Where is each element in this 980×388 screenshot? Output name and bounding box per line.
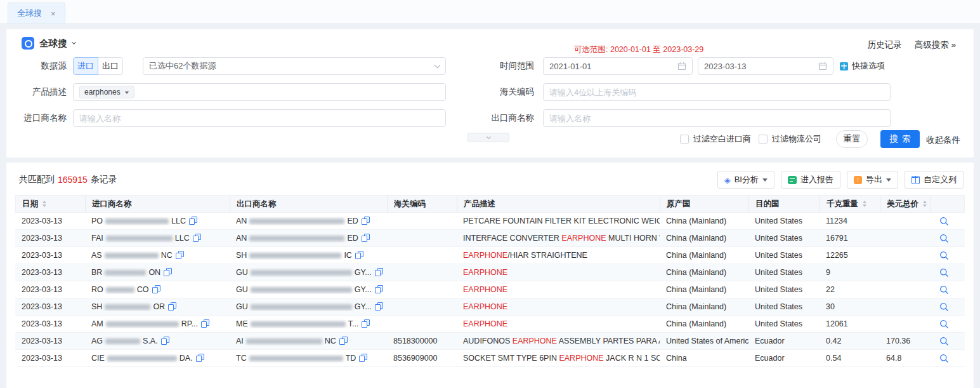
copy-icon[interactable]	[362, 217, 370, 225]
app-selector[interactable]: 全球搜	[22, 37, 75, 50]
importer-name[interactable]: SHOR	[91, 302, 165, 311]
importer-name-input[interactable]	[73, 109, 446, 127]
tab-close-icon[interactable]: ×	[51, 9, 56, 18]
custom-columns-button[interactable]: 自定义列	[905, 171, 964, 189]
importer-name[interactable]: ASNC	[91, 251, 173, 260]
chevron-down-icon	[125, 91, 129, 95]
copy-icon[interactable]	[161, 337, 169, 345]
quick-options-label: 快捷选项	[852, 60, 885, 72]
copy-icon[interactable]	[362, 234, 370, 242]
search-icon[interactable]	[939, 285, 949, 295]
copy-icon[interactable]	[375, 285, 383, 293]
copy-icon[interactable]	[362, 319, 370, 328]
copy-icon[interactable]	[359, 354, 367, 362]
exporter-name[interactable]: GUGY...	[236, 302, 372, 311]
copy-icon[interactable]	[189, 217, 197, 225]
quick-options-button[interactable]: 快捷选项	[840, 58, 885, 74]
hs-code-input[interactable]	[543, 83, 891, 101]
search-icon[interactable]	[939, 319, 949, 329]
cell-product: EARPHONE	[457, 302, 660, 311]
filter-blank-importer-checkbox[interactable]: 过滤空白进口商	[680, 134, 751, 144]
exporter-name[interactable]: GUGY...	[236, 268, 372, 277]
product-tag[interactable]: earphones	[79, 86, 134, 98]
copy-icon[interactable]	[355, 251, 363, 259]
col-label: 千克重量	[826, 199, 858, 210]
copy-icon[interactable]	[196, 354, 204, 362]
importer-name[interactable]: AMRP...	[91, 319, 198, 328]
expand-conditions-button[interactable]	[467, 133, 509, 142]
advanced-search-link[interactable]: 高级搜索 »	[915, 39, 956, 51]
exporter-name[interactable]: ANED	[236, 217, 358, 225]
importer-name[interactable]: CIEDA.	[91, 354, 193, 363]
import-toggle-button[interactable]: 进口	[73, 57, 98, 75]
exporter-name[interactable]: MET...	[236, 319, 358, 328]
cell-exporter: ANED	[230, 217, 387, 225]
export-button[interactable]: 导出	[847, 171, 898, 189]
search-icon[interactable]	[939, 354, 949, 363]
cell-origin: China (Mainland)	[660, 268, 748, 277]
col-label: 产品描述	[464, 199, 495, 210]
search-button[interactable]: 搜索	[880, 130, 920, 148]
cell-weight: 11234	[820, 217, 880, 225]
copy-icon[interactable]	[176, 251, 184, 259]
copy-icon[interactable]	[193, 234, 201, 242]
exporter-name[interactable]: AINC	[236, 337, 336, 345]
importer-name[interactable]: POLLC	[91, 217, 186, 225]
col-label: 进口商名称	[92, 199, 132, 210]
cell-exporter: GUGY...	[230, 268, 387, 277]
importer-name[interactable]: FAILLC	[91, 234, 190, 243]
importer-name[interactable]: AGS.A.	[91, 337, 158, 345]
copy-icon[interactable]	[375, 268, 383, 276]
search-icon[interactable]	[939, 302, 949, 312]
copy-icon[interactable]	[164, 268, 172, 276]
export-toggle-button[interactable]: 出口	[98, 57, 123, 75]
filter-logistics-checkbox[interactable]: 过滤物流公司	[759, 134, 821, 144]
exporter-name[interactable]: SHIC	[236, 251, 352, 260]
enter-report-button[interactable]: 进入报告	[781, 171, 840, 189]
exporter-name[interactable]: TCTD	[236, 354, 356, 363]
collapse-conditions-link[interactable]: 收起条件	[926, 135, 960, 146]
search-icon[interactable]	[939, 217, 949, 226]
importer-name[interactable]: ROCO	[91, 285, 149, 294]
cell-product: AUDIFONOS EARPHONE ASSEMBLY PARTES PARA …	[457, 337, 660, 345]
col-weight[interactable]: 千克重量	[820, 196, 880, 212]
product-description-input[interactable]: earphones	[73, 83, 446, 101]
exporter-name[interactable]: GUGY...	[236, 285, 372, 294]
tab-global-search[interactable]: 全球搜 ×	[8, 3, 65, 23]
reset-button[interactable]: 重置	[836, 130, 868, 148]
copy-icon[interactable]	[375, 302, 383, 311]
sort-icon[interactable]	[923, 201, 927, 207]
datasource-select[interactable]: 已选中62个数据源	[143, 57, 446, 75]
app-title: 全球搜	[39, 37, 67, 50]
search-icon[interactable]	[939, 234, 949, 243]
end-date-input[interactable]: 2023-03-13	[698, 57, 833, 75]
copy-icon[interactable]	[201, 319, 209, 328]
cell-importer: ASNC	[85, 251, 230, 260]
exporter-name[interactable]: ANED	[236, 234, 358, 243]
import-export-toggle: 进口 出口	[73, 57, 123, 75]
cell-product: EARPHONE	[457, 285, 660, 294]
sort-icon[interactable]	[863, 201, 866, 207]
search-icon[interactable]	[939, 337, 949, 346]
cell-action	[931, 302, 957, 312]
copy-icon[interactable]	[168, 302, 176, 311]
datasource-label: 数据源	[16, 61, 67, 71]
cell-importer: SHOR	[85, 302, 230, 311]
search-icon[interactable]	[939, 251, 949, 260]
history-link[interactable]: 历史记录	[868, 39, 902, 51]
cell-importer: AGS.A.	[85, 337, 230, 345]
sort-icon[interactable]	[42, 201, 46, 207]
cell-product: SOCKET SMT TYPE 6PIN EARPHONE JACK R N 1…	[457, 354, 660, 363]
start-date-input[interactable]: 2021-01-01	[543, 57, 693, 75]
copy-icon[interactable]	[339, 337, 348, 345]
exporter-name-input[interactable]	[543, 109, 891, 127]
bi-analysis-button[interactable]: ◈ BI分析	[717, 171, 774, 189]
results-toolbar: ◈ BI分析 进入报告 导出 自定义列	[717, 171, 964, 189]
cell-exporter: GUGY...	[230, 302, 387, 311]
cell-date: 2023-03-13	[15, 251, 85, 260]
col-price[interactable]: 美元总价	[880, 196, 931, 212]
col-date[interactable]: 日期	[16, 196, 86, 212]
importer-name[interactable]: BRON	[91, 268, 160, 277]
copy-icon[interactable]	[152, 285, 160, 293]
search-icon[interactable]	[939, 268, 949, 278]
